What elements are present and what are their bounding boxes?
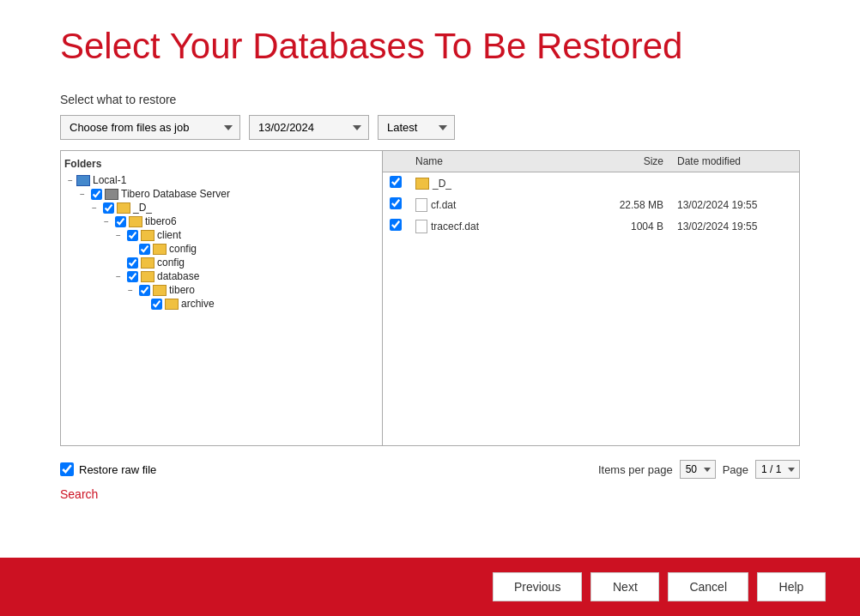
tree-children-tibero: archive: [124, 297, 379, 311]
computer-icon: [76, 175, 90, 186]
file-date: 13/02/2024 19:55: [670, 215, 799, 237]
tree-children-d: − tibero6: [88, 214, 379, 311]
cancel-button[interactable]: Cancel: [668, 572, 748, 601]
folder-icon-config-client: [153, 244, 167, 255]
folder-icon-archive: [165, 299, 179, 310]
tree-item-tibero6[interactable]: − tibero6: [100, 214, 379, 228]
folder-icon-client: [141, 230, 154, 241]
tree-children-database: − tibero: [112, 283, 379, 311]
checkbox-client[interactable]: [127, 230, 138, 241]
checkbox-server[interactable]: [91, 189, 102, 200]
file-browser: Folders − Local-1 −: [60, 150, 800, 446]
tree-label-config: config: [157, 257, 185, 269]
select-label: Select what to restore: [60, 93, 800, 106]
checkbox-tibero[interactable]: [139, 285, 150, 296]
latest-dropdown[interactable]: Latest: [378, 115, 455, 140]
date-dropdown[interactable]: 13/02/2024: [249, 115, 369, 140]
tree-label-server: Tibero Database Server: [121, 188, 230, 200]
file-name: _D_: [433, 178, 451, 190]
tree-children-client: config: [112, 242, 379, 256]
restore-raw-container: Restore raw file: [60, 462, 156, 476]
file-checkbox[interactable]: [390, 197, 402, 209]
page-select[interactable]: 1 / 1: [755, 460, 800, 479]
folder-icon-d: [117, 202, 130, 214]
folder-icon-database: [141, 271, 154, 282]
file-size: 22.58 MB: [584, 194, 670, 215]
tree-label-tibero: tibero: [169, 284, 195, 296]
table-row[interactable]: cf.dat22.58 MB13/02/2024 19:55: [383, 194, 799, 215]
table-row[interactable]: tracecf.dat1004 B13/02/2024 19:55: [383, 215, 799, 237]
folder-icon-tibero6: [129, 216, 142, 227]
restore-raw-label: Restore raw file: [79, 463, 156, 476]
help-button[interactable]: Help: [757, 572, 826, 601]
col-size: Size: [584, 151, 670, 172]
checkbox-database[interactable]: [127, 271, 138, 282]
tree-label-client: client: [157, 229, 181, 241]
file-date: [670, 172, 799, 195]
file-checkbox[interactable]: [390, 219, 402, 231]
file-tbody: _D_cf.dat22.58 MB13/02/2024 19:55tracecf…: [383, 172, 799, 238]
checkbox-config-client[interactable]: [139, 244, 150, 255]
job-dropdown[interactable]: Choose from files as job: [60, 115, 240, 140]
file-icon: [415, 220, 427, 233]
tree-item-server[interactable]: − Tibero Database Server: [76, 187, 379, 201]
server-icon: [105, 189, 118, 200]
tree-children-local1: − Tibero Database Server −: [64, 187, 379, 311]
file-name: cf.dat: [431, 199, 456, 211]
tree-item-tibero[interactable]: − tibero: [124, 283, 379, 297]
expander-archive[interactable]: [136, 299, 148, 309]
tree-label-tibero6: tibero6: [145, 215, 177, 227]
col-name: Name: [409, 151, 584, 172]
tree-root: − Local-1 − Tibero Database Server: [64, 173, 379, 311]
expander-database[interactable]: −: [112, 272, 124, 281]
folders-header: Folders: [64, 158, 379, 170]
search-link[interactable]: Search: [60, 487, 98, 501]
checkbox-config[interactable]: [127, 257, 138, 269]
expander-server[interactable]: −: [76, 190, 88, 199]
expander-config-client[interactable]: [124, 245, 136, 254]
tree-label-database: database: [157, 270, 199, 282]
items-per-page-select[interactable]: 50: [680, 460, 716, 479]
previous-button[interactable]: Previous: [493, 572, 582, 601]
expander-client[interactable]: −: [112, 231, 124, 240]
expander-d[interactable]: −: [88, 203, 100, 213]
expander-config[interactable]: [112, 258, 124, 268]
expander-tibero6[interactable]: −: [100, 217, 112, 226]
items-per-page-label: Items per page: [598, 463, 673, 476]
tree-label-archive: archive: [181, 298, 215, 310]
folder-icon: [415, 178, 429, 190]
tree-label-config-client: config: [169, 243, 197, 255]
table-row[interactable]: _D_: [383, 172, 799, 195]
tree-item-config-client[interactable]: config: [124, 242, 379, 256]
tree-children-tibero6: − client: [100, 228, 379, 311]
tree-item-local1[interactable]: − Local-1: [64, 173, 379, 187]
file-date: 13/02/2024 19:55: [670, 194, 799, 215]
col-checkbox: [383, 151, 409, 172]
file-pane: Name Size Date modified _D_cf.dat22.58 M…: [383, 151, 799, 445]
file-name: tracecf.dat: [431, 220, 479, 233]
controls-row: Choose from files as job 13/02/2024 Late…: [60, 115, 800, 140]
checkbox-archive[interactable]: [151, 299, 162, 310]
tree-item-client[interactable]: − client: [112, 228, 379, 242]
tree-label-d: _D_: [133, 202, 152, 214]
tree-item-database[interactable]: − database: [112, 269, 379, 283]
checkbox-d[interactable]: [103, 202, 114, 214]
page-label: Page: [723, 463, 748, 476]
bottom-bar: Restore raw file Items per page 50 Page …: [60, 455, 800, 484]
expander-tibero[interactable]: −: [124, 286, 136, 295]
paging-info: Items per page 50 Page 1 / 1: [598, 460, 800, 479]
next-button[interactable]: Next: [590, 572, 659, 601]
file-table: Name Size Date modified _D_cf.dat22.58 M…: [383, 151, 799, 237]
restore-raw-checkbox[interactable]: [60, 462, 74, 476]
tree-label-local1: Local-1: [93, 174, 126, 186]
tree-children-server: − _D_ −: [76, 201, 379, 311]
checkbox-tibero6[interactable]: [115, 216, 126, 227]
tree-item-d[interactable]: − _D_: [88, 201, 379, 214]
tree-item-config[interactable]: config: [112, 256, 379, 269]
folder-icon-tibero: [153, 285, 167, 296]
tree-item-archive[interactable]: archive: [136, 297, 379, 311]
file-checkbox[interactable]: [390, 176, 402, 188]
folder-pane: Folders − Local-1 −: [61, 151, 383, 445]
col-date: Date modified: [670, 151, 799, 172]
expander-local1[interactable]: −: [64, 176, 76, 185]
